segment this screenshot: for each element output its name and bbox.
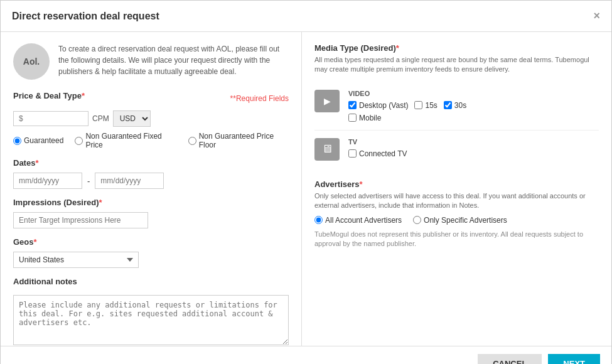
impressions-section: Impressions (Desired)* [13, 198, 289, 228]
aol-logo: Aol. [13, 43, 50, 80]
left-panel: Aol. To create a direct reservation deal… [1, 32, 302, 346]
media-row-tv: 🖥 TV Connected TV [314, 131, 599, 168]
video-icon: ▶ [314, 90, 340, 112]
notes-section: Additional notes [13, 277, 289, 346]
video-label: VIDEO [348, 90, 466, 97]
advertisers-section: Advertisers* Only selected advertisers w… [314, 179, 599, 249]
advertisers-disclaimer: TubeMogul does not represent this publis… [314, 230, 599, 249]
checkbox-15s[interactable]: 15s [414, 101, 437, 110]
dates-input-row: - [13, 173, 289, 189]
dates-label: Dates* [13, 158, 289, 168]
video-checkbox-row: Desktop (Vast) 15s 30s [348, 101, 466, 110]
intro-text: To create a direct reservation deal requ… [58, 43, 289, 77]
modal-header: Direct reservation deal request × [1, 1, 611, 32]
tv-options: TV Connected TV [348, 138, 407, 158]
checkbox-mobile[interactable]: Mobile [348, 114, 381, 122]
video-options: VIDEO Desktop (Vast) 15s 30s [348, 90, 466, 122]
checkbox-desktop-vast[interactable]: Desktop (Vast) [348, 101, 408, 110]
modal-footer: CANCEL NEXT [1, 346, 611, 364]
price-input-row: CPM USD EUR GBP [13, 110, 289, 127]
media-type-desc: All media types requested a single reque… [314, 55, 599, 75]
impressions-input[interactable] [13, 212, 148, 228]
dates-section: Dates* - [13, 158, 289, 189]
modal-body: Aol. To create a direct reservation deal… [1, 32, 611, 346]
geos-select[interactable]: United States United Kingdom Canada [13, 252, 139, 268]
modal-title: Direct reservation deal request [12, 11, 159, 22]
tv-checkbox-row: Connected TV [348, 149, 407, 158]
advertisers-title: Advertisers* [314, 179, 599, 189]
video-mobile-row: Mobile [348, 114, 466, 122]
required-fields-note: **Required Fields [230, 94, 289, 103]
price-label: Price & Deal Type* [13, 91, 85, 100]
radio-only-specific-advertisers[interactable]: Only Specific Advertisers [413, 216, 507, 225]
currency-select[interactable]: USD EUR GBP [113, 110, 151, 127]
end-date-input[interactable] [95, 173, 164, 189]
tv-label: TV [348, 138, 407, 146]
cpm-label: CPM [92, 114, 109, 123]
radio-non-guaranteed-fixed[interactable]: Non Guaranteed Fixed Price [75, 132, 176, 149]
media-type-section: Media Type (Desired)* All media types re… [314, 43, 599, 168]
start-date-input[interactable] [13, 173, 82, 189]
price-deal-section: Price & Deal Type* **Required Fields CPM… [13, 91, 289, 149]
media-row-video: ▶ VIDEO Desktop (Vast) 15s 30s [314, 82, 599, 131]
geos-section: Geos* United States United Kingdom Canad… [13, 237, 289, 268]
cancel-button[interactable]: CANCEL [478, 354, 542, 364]
tv-icon: 🖥 [314, 138, 340, 161]
close-button[interactable]: × [593, 9, 600, 23]
advertisers-radio-group: All Account Advertisers Only Specific Ad… [314, 216, 599, 225]
notes-label: Additional notes [13, 277, 289, 286]
media-type-title: Media Type (Desired)* [314, 43, 599, 53]
modal-container: Direct reservation deal request × Aol. T… [0, 0, 612, 364]
price-input[interactable] [13, 111, 89, 126]
checkbox-connected-tv[interactable]: Connected TV [348, 149, 407, 158]
geos-label: Geos* [13, 237, 289, 247]
radio-all-account-advertisers[interactable]: All Account Advertisers [314, 216, 402, 225]
next-button[interactable]: NEXT [548, 354, 600, 364]
intro-section: Aol. To create a direct reservation deal… [13, 43, 289, 80]
right-panel: Media Type (Desired)* All media types re… [302, 32, 611, 346]
price-type-radio-group: Guaranteed Non Guaranteed Fixed Price No… [13, 132, 289, 149]
radio-guaranteed[interactable]: Guaranteed [13, 136, 63, 145]
notes-textarea[interactable] [13, 295, 289, 345]
advertisers-desc: Only selected advertisers will have acce… [314, 191, 599, 211]
radio-non-guaranteed-floor[interactable]: Non Guaranteed Price Floor [188, 132, 289, 149]
date-separator: - [87, 176, 90, 186]
checkbox-30s[interactable]: 30s [444, 101, 466, 110]
impressions-label: Impressions (Desired)* [13, 198, 289, 207]
